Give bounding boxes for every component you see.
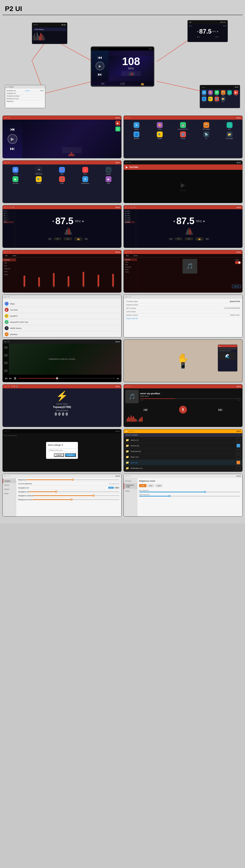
row-dialog-files: ◁○□ 08:03 Dark background Extra settings… [2, 429, 243, 472]
video-player-screen: ◁○□ 08:04 HANDHELD DISPLAY GLASS [2, 339, 121, 382]
dialog-box: Extra settings ✕ Cancel Confirm [46, 442, 78, 459]
svg-line-3 [157, 81, 201, 91]
row-eq: ◁○□ 08:00 RS Zone Normal Jazz Pop Classi… [2, 250, 243, 293]
music-player-screen: ◁○□ 08:00 ⏮ ▶ ⏭ [2, 116, 121, 158]
eq-screen-1: ◁○□ 08:00 RS Zone Normal Jazz Pop Classi… [2, 250, 121, 293]
row-1: ◁○□ 08:00 ⏮ ▶ ⏭ [2, 116, 243, 158]
now-playing-screen: ◁○□ 08:04 🎵 never say goodbye Artist nam… [124, 384, 243, 427]
extra-settings-screen: ◁○□ 08:03 Dark background Extra settings… [2, 429, 121, 472]
sysinfo-screen: ◁○□ Processor type Quad-8+S10 Android ve… [124, 294, 243, 337]
row-video: ◁○□ 08:04 HANDHELD DISPLAY GLASS [2, 339, 243, 382]
gesture-screen: ✋ 📱 ■■ 🌊 [124, 339, 243, 382]
row-fm: ◁○□ FM 08:05 87.5 MHz 90.1 MHz 98.1 MHz … [2, 205, 243, 248]
extra-settings-input[interactable] [48, 448, 76, 452]
main-device-screen: ◁ ○ □ 08:00 ⏮ ▶ ⏭ 108 [91, 46, 154, 87]
mini-screen-bottom-left: ⚙Settings Navigation etcExport ↓Clear Na… [5, 85, 45, 108]
extra-settings-dialog: Extra settings ✕ Cancel Confirm [3, 429, 121, 471]
home-screen-2: ◁○□ 08:01 G Google 🗺 HERE WeGo 📍 Maps [2, 160, 121, 203]
youtube-screen: ◁○□ 08:02 ▶ YouTube ▶ Loading... [124, 160, 243, 203]
page-title: P2 UI [2, 5, 243, 15]
eq-screen-2: ◁○□ 08:00 EQ Zone Normal Jazz Pop Classi… [124, 250, 243, 293]
display-settings-screen: ◁○□ 08:03 Display NAVIG. NAVIG. Sleep Br… [2, 474, 121, 517]
dialog-cancel-button[interactable]: Cancel [54, 453, 64, 457]
row-apps-sysinfo: ◁○□ 📍 Maps ▶ YouTube 🎭 QuadPix [2, 294, 243, 337]
mini-screen-top-left: ◁ ○ □ 08:00 ♪ Now Playing... [32, 23, 67, 44]
mini-screen-bottom-right: ◁ ○ □ 08:00 ⚙Settings 🎨Theme 🗺GPS 📦APK 🔧… [200, 85, 240, 108]
row-bt-nowplaying: ◁○□≡⊕🔊 08:01 ⚡ Device name Topway(C789) … [2, 384, 243, 427]
fm-radio-screen-2: ◁○□ FM 08:05 87.5 MHz 90.1 MHz 98.1 MHz … [124, 205, 243, 248]
filemanager-screen: 📂 □ □ □ 08:05 Device Installed ✓ 📁 [124, 429, 243, 472]
hero-section: ◁ ○ □ 08:00 ♪ Now Playing... [2, 20, 243, 113]
row-display-brightness: ◁○□ 08:03 Display NAVIG. NAVIG. Sleep Br… [2, 474, 243, 517]
bluetooth-screen: ◁○□≡⊕🔊 08:01 ⚡ Device name Topway(C789) … [2, 384, 121, 427]
fm-radio-screen-1: ◁○□ FM 08:05 87.5 MHz 90.1 MHz 98.1 MHz … [2, 205, 121, 248]
row-2: ◁○□ 08:01 G Google 🗺 HERE WeGo 📍 Maps [2, 160, 243, 203]
svg-line-2 [44, 81, 93, 93]
brightness-settings-screen: ◁○□ 08:05 Devices Brightness mode Sleep … [124, 474, 243, 517]
app-grid-screen: ◁○□ 08:01 ⚙ Settings 🎨 Theme 🤖 AndroidTS… [124, 116, 243, 158]
mini-screen-top-right: FM 87.5 MHz 87.587.5 ◀ 87.5 MHz ▶ 81.587… [187, 20, 228, 42]
apps-list-screen: ◁○□ 📍 Maps ▶ YouTube 🎭 QuadPix [2, 294, 121, 337]
page-container: P2 UI ◁ ○ □ 08:00 ♪ Now Pl [0, 0, 245, 523]
dialog-confirm-button[interactable]: Confirm [65, 453, 76, 457]
